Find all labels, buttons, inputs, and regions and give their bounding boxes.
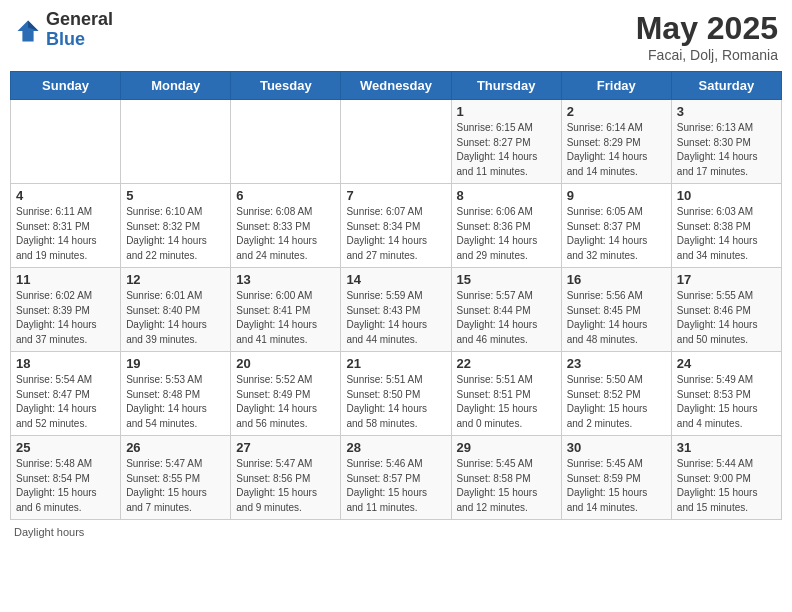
calendar-day-header: Wednesday <box>341 72 451 100</box>
day-info: Sunrise: 5:50 AMSunset: 8:52 PMDaylight:… <box>567 373 666 431</box>
day-number: 7 <box>346 188 445 203</box>
month-year-title: May 2025 <box>636 10 778 47</box>
calendar-day-cell: 27Sunrise: 5:47 AMSunset: 8:56 PMDayligh… <box>231 436 341 520</box>
calendar-day-cell: 17Sunrise: 5:55 AMSunset: 8:46 PMDayligh… <box>671 268 781 352</box>
calendar-day-cell: 25Sunrise: 5:48 AMSunset: 8:54 PMDayligh… <box>11 436 121 520</box>
calendar-day-cell: 6Sunrise: 6:08 AMSunset: 8:33 PMDaylight… <box>231 184 341 268</box>
calendar-day-cell: 14Sunrise: 5:59 AMSunset: 8:43 PMDayligh… <box>341 268 451 352</box>
day-number: 26 <box>126 440 225 455</box>
day-info: Sunrise: 5:59 AMSunset: 8:43 PMDaylight:… <box>346 289 445 347</box>
calendar-week-row: 18Sunrise: 5:54 AMSunset: 8:47 PMDayligh… <box>11 352 782 436</box>
calendar-day-header: Thursday <box>451 72 561 100</box>
day-info: Sunrise: 6:06 AMSunset: 8:36 PMDaylight:… <box>457 205 556 263</box>
calendar-day-cell: 1Sunrise: 6:15 AMSunset: 8:27 PMDaylight… <box>451 100 561 184</box>
calendar-day-cell: 10Sunrise: 6:03 AMSunset: 8:38 PMDayligh… <box>671 184 781 268</box>
logo-text: General Blue <box>46 10 113 50</box>
calendar-day-cell: 11Sunrise: 6:02 AMSunset: 8:39 PMDayligh… <box>11 268 121 352</box>
day-info: Sunrise: 6:11 AMSunset: 8:31 PMDaylight:… <box>16 205 115 263</box>
day-number: 10 <box>677 188 776 203</box>
day-info: Sunrise: 6:10 AMSunset: 8:32 PMDaylight:… <box>126 205 225 263</box>
calendar-day-cell <box>231 100 341 184</box>
day-info: Sunrise: 5:53 AMSunset: 8:48 PMDaylight:… <box>126 373 225 431</box>
day-info: Sunrise: 5:47 AMSunset: 8:56 PMDaylight:… <box>236 457 335 515</box>
calendar-week-row: 11Sunrise: 6:02 AMSunset: 8:39 PMDayligh… <box>11 268 782 352</box>
day-info: Sunrise: 5:45 AMSunset: 8:59 PMDaylight:… <box>567 457 666 515</box>
logo-icon <box>14 17 42 45</box>
calendar-day-cell: 21Sunrise: 5:51 AMSunset: 8:50 PMDayligh… <box>341 352 451 436</box>
day-info: Sunrise: 6:01 AMSunset: 8:40 PMDaylight:… <box>126 289 225 347</box>
calendar-day-cell: 23Sunrise: 5:50 AMSunset: 8:52 PMDayligh… <box>561 352 671 436</box>
calendar-day-cell: 24Sunrise: 5:49 AMSunset: 8:53 PMDayligh… <box>671 352 781 436</box>
day-info: Sunrise: 5:55 AMSunset: 8:46 PMDaylight:… <box>677 289 776 347</box>
logo: General Blue <box>14 10 113 50</box>
day-number: 20 <box>236 356 335 371</box>
calendar-day-cell: 18Sunrise: 5:54 AMSunset: 8:47 PMDayligh… <box>11 352 121 436</box>
day-info: Sunrise: 5:44 AMSunset: 9:00 PMDaylight:… <box>677 457 776 515</box>
day-number: 23 <box>567 356 666 371</box>
logo-general-text: General <box>46 10 113 30</box>
calendar-day-cell: 28Sunrise: 5:46 AMSunset: 8:57 PMDayligh… <box>341 436 451 520</box>
calendar-day-cell: 4Sunrise: 6:11 AMSunset: 8:31 PMDaylight… <box>11 184 121 268</box>
day-info: Sunrise: 5:46 AMSunset: 8:57 PMDaylight:… <box>346 457 445 515</box>
calendar-day-cell: 12Sunrise: 6:01 AMSunset: 8:40 PMDayligh… <box>121 268 231 352</box>
day-info: Sunrise: 6:02 AMSunset: 8:39 PMDaylight:… <box>16 289 115 347</box>
calendar-day-header: Tuesday <box>231 72 341 100</box>
calendar-day-cell: 2Sunrise: 6:14 AMSunset: 8:29 PMDaylight… <box>561 100 671 184</box>
calendar-day-cell: 26Sunrise: 5:47 AMSunset: 8:55 PMDayligh… <box>121 436 231 520</box>
day-info: Sunrise: 5:51 AMSunset: 8:51 PMDaylight:… <box>457 373 556 431</box>
calendar-day-header: Friday <box>561 72 671 100</box>
calendar-day-cell: 16Sunrise: 5:56 AMSunset: 8:45 PMDayligh… <box>561 268 671 352</box>
day-info: Sunrise: 6:14 AMSunset: 8:29 PMDaylight:… <box>567 121 666 179</box>
day-info: Sunrise: 6:13 AMSunset: 8:30 PMDaylight:… <box>677 121 776 179</box>
calendar-day-cell: 22Sunrise: 5:51 AMSunset: 8:51 PMDayligh… <box>451 352 561 436</box>
day-info: Sunrise: 6:03 AMSunset: 8:38 PMDaylight:… <box>677 205 776 263</box>
calendar-day-cell: 3Sunrise: 6:13 AMSunset: 8:30 PMDaylight… <box>671 100 781 184</box>
day-info: Sunrise: 6:08 AMSunset: 8:33 PMDaylight:… <box>236 205 335 263</box>
day-info: Sunrise: 6:07 AMSunset: 8:34 PMDaylight:… <box>346 205 445 263</box>
day-number: 29 <box>457 440 556 455</box>
day-info: Sunrise: 6:15 AMSunset: 8:27 PMDaylight:… <box>457 121 556 179</box>
day-number: 3 <box>677 104 776 119</box>
calendar-day-cell <box>11 100 121 184</box>
day-number: 11 <box>16 272 115 287</box>
day-number: 2 <box>567 104 666 119</box>
location-subtitle: Facai, Dolj, Romania <box>636 47 778 63</box>
day-info: Sunrise: 5:49 AMSunset: 8:53 PMDaylight:… <box>677 373 776 431</box>
day-info: Sunrise: 5:48 AMSunset: 8:54 PMDaylight:… <box>16 457 115 515</box>
footer-note: Daylight hours <box>10 526 782 538</box>
calendar-week-row: 1Sunrise: 6:15 AMSunset: 8:27 PMDaylight… <box>11 100 782 184</box>
calendar-day-cell: 29Sunrise: 5:45 AMSunset: 8:58 PMDayligh… <box>451 436 561 520</box>
day-number: 28 <box>346 440 445 455</box>
day-number: 13 <box>236 272 335 287</box>
calendar-header-row: SundayMondayTuesdayWednesdayThursdayFrid… <box>11 72 782 100</box>
daylight-note: Daylight hours <box>14 526 84 538</box>
day-number: 5 <box>126 188 225 203</box>
calendar-day-cell: 9Sunrise: 6:05 AMSunset: 8:37 PMDaylight… <box>561 184 671 268</box>
day-number: 6 <box>236 188 335 203</box>
day-number: 24 <box>677 356 776 371</box>
calendar-day-header: Sunday <box>11 72 121 100</box>
day-number: 4 <box>16 188 115 203</box>
day-number: 27 <box>236 440 335 455</box>
day-number: 25 <box>16 440 115 455</box>
day-number: 12 <box>126 272 225 287</box>
calendar-day-cell <box>341 100 451 184</box>
day-number: 15 <box>457 272 556 287</box>
day-number: 22 <box>457 356 556 371</box>
day-info: Sunrise: 5:51 AMSunset: 8:50 PMDaylight:… <box>346 373 445 431</box>
day-number: 30 <box>567 440 666 455</box>
day-number: 1 <box>457 104 556 119</box>
day-info: Sunrise: 5:52 AMSunset: 8:49 PMDaylight:… <box>236 373 335 431</box>
calendar-day-cell: 7Sunrise: 6:07 AMSunset: 8:34 PMDaylight… <box>341 184 451 268</box>
day-number: 17 <box>677 272 776 287</box>
day-number: 19 <box>126 356 225 371</box>
calendar-day-cell: 30Sunrise: 5:45 AMSunset: 8:59 PMDayligh… <box>561 436 671 520</box>
calendar-day-cell: 13Sunrise: 6:00 AMSunset: 8:41 PMDayligh… <box>231 268 341 352</box>
calendar-day-header: Saturday <box>671 72 781 100</box>
day-info: Sunrise: 5:45 AMSunset: 8:58 PMDaylight:… <box>457 457 556 515</box>
title-block: May 2025 Facai, Dolj, Romania <box>636 10 778 63</box>
calendar-table: SundayMondayTuesdayWednesdayThursdayFrid… <box>10 71 782 520</box>
calendar-day-cell <box>121 100 231 184</box>
calendar-day-cell: 19Sunrise: 5:53 AMSunset: 8:48 PMDayligh… <box>121 352 231 436</box>
day-number: 8 <box>457 188 556 203</box>
